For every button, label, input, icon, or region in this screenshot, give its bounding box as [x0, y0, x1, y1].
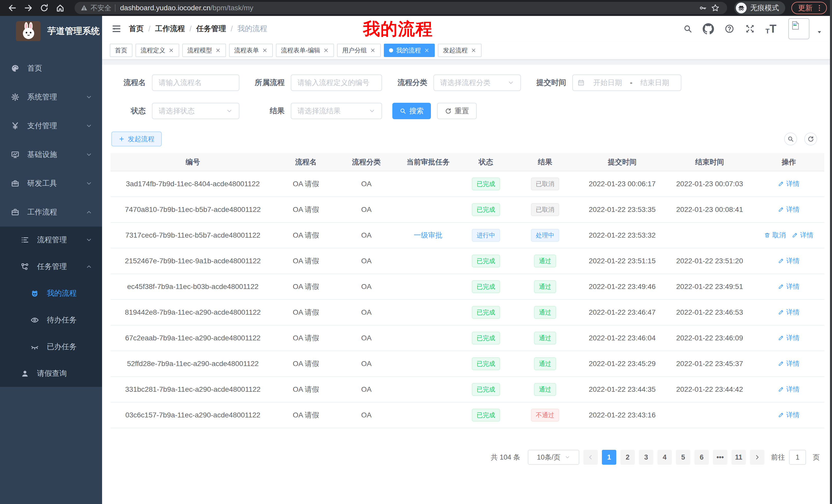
- reset-button[interactable]: 重置: [437, 103, 477, 119]
- close-icon[interactable]: [262, 48, 268, 53]
- chevron-down-icon: [508, 79, 514, 86]
- close-icon[interactable]: [168, 48, 174, 53]
- pen-icon: [778, 412, 784, 418]
- gear-icon: [11, 93, 20, 102]
- browser-update-button[interactable]: 更新: [791, 2, 827, 14]
- refresh-icon: [807, 136, 814, 142]
- process-name-input[interactable]: 请输入流程名: [152, 75, 239, 91]
- detail-action-link[interactable]: 详情: [778, 359, 800, 368]
- breadcrumb-item[interactable]: 任务管理: [196, 24, 226, 34]
- detail-action-link[interactable]: 详情: [778, 205, 800, 214]
- toggle-search-button[interactable]: [784, 133, 797, 145]
- page-button-5[interactable]: 5: [676, 450, 690, 465]
- current-task-link[interactable]: 一级审批: [414, 231, 442, 239]
- tab-流程表单-编辑[interactable]: 流程表单-编辑: [276, 44, 334, 57]
- github-link-button[interactable]: [703, 23, 714, 34]
- sidebar-item-label: 基础设施: [27, 149, 57, 160]
- detail-action-link[interactable]: 详情: [778, 411, 800, 419]
- action-label: 详情: [800, 231, 813, 240]
- font-size-button[interactable]: TT: [765, 23, 777, 34]
- detail-action-link[interactable]: 详情: [778, 385, 800, 394]
- sidebar-item-基础设施[interactable]: 基础设施: [0, 140, 102, 169]
- detail-action-link[interactable]: 详情: [778, 179, 800, 188]
- page-button-4[interactable]: 4: [657, 450, 672, 465]
- cell-end-time: 2022-01-22 23:49:51: [666, 274, 753, 300]
- create-process-button[interactable]: 发起流程: [111, 132, 162, 146]
- help-button[interactable]: [724, 24, 734, 34]
- result-badge: 已取消: [531, 177, 559, 191]
- sidebar-item-系统管理[interactable]: 系统管理: [0, 83, 102, 111]
- tab-用户分组[interactable]: 用户分组: [337, 44, 381, 57]
- page-size-select[interactable]: 10条/页: [528, 450, 579, 465]
- browser-home-button[interactable]: [53, 1, 67, 15]
- sidebar-item-研发工具[interactable]: 研发工具: [0, 169, 102, 198]
- detail-action-link[interactable]: 详情: [778, 256, 800, 265]
- chevron-down-icon: [86, 236, 92, 243]
- fullscreen-button[interactable]: [745, 24, 755, 34]
- tab-流程表单[interactable]: 流程表单: [229, 44, 273, 57]
- status-select[interactable]: 请选择状态: [152, 103, 239, 119]
- page-button-11[interactable]: 11: [731, 450, 746, 465]
- cell-result: 通过: [512, 300, 578, 325]
- detail-action-link[interactable]: 详情: [778, 308, 800, 317]
- refresh-table-button[interactable]: [804, 133, 817, 145]
- sidebar-item-首页[interactable]: 首页: [0, 54, 102, 83]
- tab-发起流程[interactable]: 发起流程: [438, 44, 482, 57]
- browser-back-button[interactable]: [5, 1, 20, 15]
- search-button[interactable]: 搜索: [392, 103, 431, 119]
- detail-action-link[interactable]: 详情: [792, 231, 813, 240]
- breadcrumb-item[interactable]: 工作流程: [155, 24, 185, 34]
- sidebar-item-流程管理[interactable]: 流程管理: [0, 227, 102, 253]
- page-button-3[interactable]: 3: [639, 450, 653, 465]
- tab-流程模型[interactable]: 流程模型: [182, 44, 226, 57]
- avatar-caret-icon[interactable]: [816, 29, 822, 35]
- category-select[interactable]: 请选择流程分类: [434, 75, 521, 91]
- goto-page-input[interactable]: 1: [789, 450, 806, 465]
- security-label: 不安全: [90, 3, 111, 12]
- header-search-button[interactable]: [683, 24, 693, 33]
- sidebar-item-已办任务[interactable]: 已办任务: [0, 333, 102, 360]
- security-warning-icon[interactable]: [80, 4, 88, 12]
- start-date-placeholder: 开始日期: [586, 78, 629, 88]
- detail-action-link[interactable]: 详情: [778, 282, 800, 291]
- password-key-button[interactable]: [697, 2, 709, 14]
- cancel-action-link[interactable]: 取消: [764, 231, 786, 240]
- page-button-2[interactable]: 2: [620, 450, 635, 465]
- detail-action-link[interactable]: 详情: [778, 333, 800, 342]
- browser-forward-button[interactable]: [21, 1, 35, 15]
- close-icon[interactable]: [323, 48, 329, 53]
- sidebar-item-label: 待办任务: [47, 315, 77, 325]
- page-button-1[interactable]: 1: [602, 450, 616, 465]
- browser-reload-button[interactable]: [37, 1, 51, 15]
- close-icon[interactable]: [215, 48, 221, 53]
- app-logo[interactable]: 芋道管理系统: [0, 16, 102, 46]
- sidebar-item-我的流程[interactable]: 我的流程: [0, 280, 102, 307]
- tab-首页[interactable]: 首页: [110, 44, 132, 57]
- sidebar-item-工作流程[interactable]: 工作流程: [0, 198, 102, 227]
- close-icon[interactable]: [471, 48, 476, 53]
- sidebar-item-支付管理[interactable]: 支付管理: [0, 111, 102, 140]
- filter-label-submit-time: 提交时间: [535, 78, 566, 88]
- pages-ellipsis[interactable]: •••: [713, 450, 727, 465]
- sidebar-collapse-button[interactable]: [109, 21, 124, 36]
- page-button-6[interactable]: 6: [695, 450, 709, 465]
- close-icon[interactable]: [370, 48, 375, 53]
- next-page-button[interactable]: [750, 450, 764, 465]
- prev-page-button[interactable]: [583, 450, 598, 465]
- avatar[interactable]: [788, 18, 809, 39]
- cell-result: 不通过: [512, 402, 578, 428]
- breadcrumb-item[interactable]: 首页: [129, 24, 144, 34]
- sidebar-item-任务管理[interactable]: 任务管理: [0, 253, 102, 280]
- sidebar-item-请假查询[interactable]: 请假查询: [0, 360, 102, 387]
- address-bar[interactable]: 不安全 dashboard.yudao.iocoder.cn/bpm/task/…: [75, 2, 727, 14]
- submit-time-range-picker[interactable]: 开始日期 - 结束日期: [572, 75, 681, 91]
- pen-icon: [792, 232, 798, 238]
- url-host: dashboard.yudao.iocoder.cn: [120, 4, 211, 12]
- result-select[interactable]: 请选择流结果: [291, 103, 382, 119]
- sidebar-item-待办任务[interactable]: 待办任务: [0, 307, 102, 333]
- close-icon[interactable]: [424, 48, 430, 53]
- tab-我的流程[interactable]: 我的流程: [384, 44, 435, 57]
- bookmark-star-button[interactable]: [709, 2, 722, 14]
- tab-流程定义[interactable]: 流程定义: [135, 44, 179, 57]
- owning-process-input[interactable]: 请输入流程定义的编号: [291, 75, 382, 91]
